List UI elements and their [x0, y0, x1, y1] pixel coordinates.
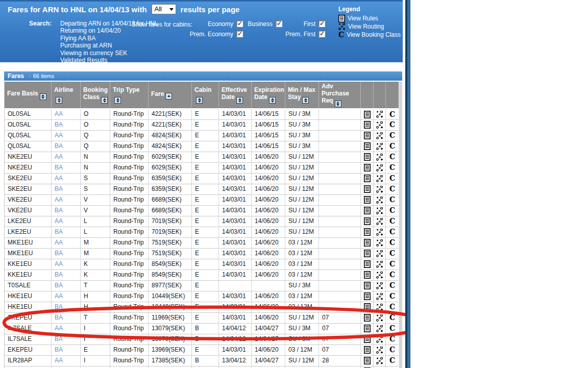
cell-airline[interactable]: AA	[52, 323, 81, 334]
view-booking-class-icon[interactable]: C	[389, 143, 395, 150]
sort-button-adv-purchase-req[interactable]	[335, 101, 341, 107]
cabin-business-checkbox[interactable]	[276, 20, 282, 27]
view-booking-class-icon[interactable]: C	[389, 357, 395, 364]
view-routing-icon[interactable]	[376, 121, 383, 129]
view-rules-icon[interactable]	[364, 132, 371, 139]
view-rules-icon[interactable]	[364, 207, 371, 214]
cell-airline[interactable]: AA	[52, 152, 81, 162]
view-rules-icon[interactable]	[364, 217, 371, 225]
view-booking-class-icon[interactable]: C	[389, 293, 395, 300]
view-booking-class-icon[interactable]: C	[389, 111, 395, 118]
sort-button-effective-date[interactable]	[236, 97, 243, 104]
view-rules-icon[interactable]	[364, 239, 371, 247]
view-routing-icon[interactable]	[376, 347, 383, 354]
chevron-down-icon[interactable]	[167, 5, 176, 14]
view-rules-icon[interactable]	[364, 185, 371, 193]
cell-airline[interactable]: BA	[52, 184, 81, 194]
cell-airline[interactable]: BA	[52, 141, 81, 152]
view-booking-class-icon[interactable]: C	[389, 229, 395, 235]
view-booking-class-icon[interactable]: C	[389, 282, 395, 289]
cell-airline[interactable]: AA	[52, 194, 81, 205]
cell-airline[interactable]: BA	[52, 280, 81, 291]
cell-airline[interactable]: BA	[52, 162, 81, 173]
cell-airline[interactable]: BA	[52, 334, 81, 345]
view-routing-icon[interactable]	[376, 197, 383, 204]
view-booking-class-icon[interactable]: C	[389, 207, 395, 214]
cell-airline[interactable]: BA	[52, 345, 81, 355]
view-booking-class-icon[interactable]: C	[389, 218, 395, 225]
view-booking-class-icon[interactable]: C	[389, 197, 395, 203]
view-rules-icon[interactable]	[364, 196, 371, 204]
cell-airline[interactable]: AA	[52, 291, 81, 302]
view-rules-icon[interactable]	[364, 228, 371, 236]
view-rules-icon[interactable]	[364, 153, 371, 161]
view-routing-icon[interactable]	[376, 186, 383, 193]
view-rules-icon[interactable]	[364, 175, 371, 182]
view-routing-icon[interactable]	[376, 154, 383, 161]
view-routing-icon[interactable]	[376, 207, 383, 214]
view-routing-icon[interactable]	[376, 250, 383, 257]
cell-airline[interactable]: BA	[52, 269, 81, 280]
cell-airline[interactable]: BA	[52, 366, 81, 368]
cell-airline[interactable]: BA	[52, 248, 81, 259]
view-booking-class-icon[interactable]: C	[389, 154, 395, 160]
sort-button-expiration-date[interactable]	[269, 97, 276, 104]
view-booking-class-icon[interactable]: C	[389, 314, 395, 321]
view-routing-icon[interactable]	[376, 304, 383, 311]
view-booking-class-icon[interactable]: C	[389, 186, 395, 192]
sort-button-trip-type[interactable]	[114, 97, 121, 104]
sort-button-min-max-stay[interactable]	[302, 97, 309, 104]
cabin-first-checkbox[interactable]	[318, 20, 325, 27]
view-routing-icon[interactable]	[376, 314, 383, 322]
view-rules-icon[interactable]	[364, 250, 371, 257]
view-routing-icon[interactable]	[376, 325, 383, 332]
view-rules-icon[interactable]	[364, 357, 371, 364]
sort-button-booking-class[interactable]	[101, 97, 108, 104]
view-routing-icon[interactable]	[376, 229, 383, 236]
view-rules-icon[interactable]	[364, 260, 371, 268]
view-booking-class-icon[interactable]: C	[389, 336, 395, 342]
view-booking-class-icon[interactable]: C	[389, 250, 395, 257]
view-routing-icon[interactable]	[376, 218, 383, 225]
cell-airline[interactable]: AA	[52, 130, 81, 141]
view-booking-class-icon[interactable]: C	[389, 175, 395, 182]
cell-airline[interactable]: BA	[52, 302, 81, 312]
cell-airline[interactable]: BA	[52, 205, 81, 216]
view-routing-icon[interactable]	[376, 164, 383, 171]
view-booking-class-icon[interactable]: C	[389, 272, 395, 278]
view-booking-class-icon[interactable]: C	[389, 304, 395, 310]
view-booking-class-icon[interactable]: C	[389, 239, 395, 246]
view-routing-icon[interactable]	[376, 239, 383, 247]
sort-button-fare[interactable]	[165, 93, 172, 100]
view-booking-class-icon[interactable]: C	[389, 132, 395, 139]
view-routing-icon[interactable]	[376, 261, 383, 268]
view-routing-icon[interactable]	[376, 175, 383, 182]
view-routing-icon[interactable]	[376, 282, 383, 289]
view-rules-icon[interactable]	[364, 142, 371, 150]
cabin-prem-economy-checkbox[interactable]	[236, 31, 243, 37]
sort-button-cabin[interactable]	[196, 97, 203, 104]
results-per-page-select[interactable]: All	[152, 4, 176, 14]
view-booking-class-icon[interactable]: C	[389, 121, 395, 128]
view-routing-icon[interactable]	[376, 143, 383, 150]
view-routing-icon[interactable]	[376, 132, 383, 139]
cell-airline[interactable]: BA	[52, 312, 81, 323]
view-rules-icon[interactable]	[364, 346, 371, 354]
view-routing-icon[interactable]	[376, 336, 383, 343]
sort-button-fare-basis[interactable]	[40, 93, 46, 100]
view-rules-icon[interactable]	[364, 335, 371, 343]
cell-airline[interactable]: AA	[52, 173, 81, 184]
cell-airline[interactable]: AA	[52, 259, 81, 269]
cell-airline[interactable]: BA	[52, 119, 81, 130]
view-rules-icon[interactable]	[364, 111, 371, 118]
view-booking-class-icon[interactable]: C	[389, 261, 395, 267]
view-rules-icon[interactable]	[364, 314, 371, 322]
cell-airline[interactable]: AA	[52, 355, 81, 366]
view-routing-icon[interactable]	[376, 293, 383, 300]
view-rules-icon[interactable]	[364, 164, 371, 171]
view-rules-icon[interactable]	[364, 121, 371, 129]
view-routing-icon[interactable]	[376, 272, 383, 279]
view-rules-icon[interactable]	[364, 303, 371, 311]
sort-button-airline[interactable]	[56, 97, 62, 104]
view-booking-class-icon[interactable]: C	[389, 164, 395, 171]
